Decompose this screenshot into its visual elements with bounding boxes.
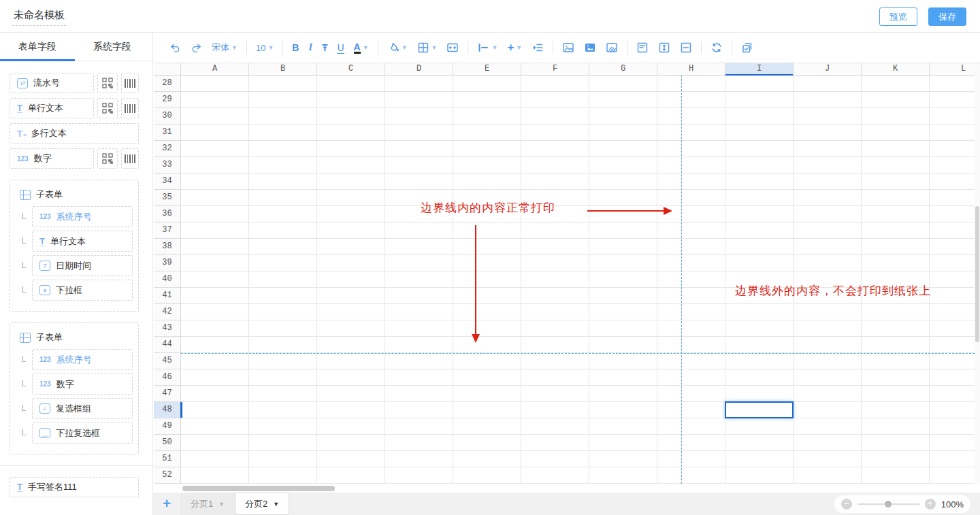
- copy-check-button[interactable]: [736, 39, 758, 56]
- column-header-E[interactable]: E: [453, 63, 521, 75]
- field-item[interactable]: 123数字: [10, 148, 94, 169]
- spreadsheet-grid[interactable]: ABCDEFGHIJKL 282930313233343536373839404…: [154, 63, 975, 484]
- sidebar-tab-system-fields[interactable]: 系统字段: [75, 33, 150, 61]
- subform-child-item[interactable]: T单行文本: [32, 231, 133, 252]
- font-size-select[interactable]: 10▼: [251, 40, 278, 56]
- row-header-46[interactable]: 46: [154, 369, 180, 386]
- subform-child-item[interactable]: ▾下拉框: [32, 280, 133, 301]
- redo-button[interactable]: [186, 39, 207, 56]
- column-header-J[interactable]: J: [794, 63, 862, 75]
- row-header-38[interactable]: 38: [154, 239, 180, 255]
- cells-area[interactable]: [181, 76, 975, 484]
- vertical-fit-box-button[interactable]: [653, 39, 675, 56]
- preview-button[interactable]: 预览: [879, 7, 917, 26]
- row-header-40[interactable]: 40: [154, 271, 180, 288]
- row-header-41[interactable]: 41: [154, 288, 180, 304]
- column-header-K[interactable]: K: [862, 63, 930, 75]
- refresh-button[interactable]: [706, 39, 728, 56]
- row-header-39[interactable]: 39: [154, 255, 180, 271]
- signature-field-item[interactable]: T手写签名111: [10, 477, 139, 497]
- vertical-scrollbar-thumb[interactable]: [975, 206, 979, 342]
- undo-button[interactable]: [165, 39, 186, 56]
- row-header-45[interactable]: 45: [154, 353, 180, 369]
- fill-color-button[interactable]: ▼: [382, 39, 412, 56]
- horizontal-scrollbar-thumb[interactable]: [182, 486, 335, 491]
- field-qr-button[interactable]: [97, 73, 118, 93]
- zoom-in-button[interactable]: +: [925, 499, 936, 510]
- row-header-43[interactable]: 43: [154, 320, 180, 337]
- vertical-scrollbar[interactable]: [975, 63, 980, 484]
- align-button[interactable]: ▼: [472, 39, 502, 56]
- indent-button[interactable]: [527, 39, 549, 56]
- row-header-49[interactable]: 49: [154, 418, 180, 435]
- row-header-42[interactable]: 42: [154, 304, 180, 320]
- subform-child-item[interactable]: ✓复选框组: [32, 398, 133, 419]
- page-tab-2[interactable]: 分页2▼: [235, 493, 289, 515]
- row-header-52[interactable]: 52: [154, 467, 180, 484]
- watermark-image-button[interactable]: [601, 39, 623, 56]
- insert-image-button[interactable]: [557, 39, 579, 56]
- insert-image-filled-button[interactable]: [579, 39, 601, 56]
- selected-cell[interactable]: [725, 401, 794, 418]
- page-tab-1[interactable]: 分页1▼: [180, 493, 235, 515]
- row-header-35[interactable]: 35: [154, 190, 180, 206]
- strikethrough-button[interactable]: Ŧ: [317, 39, 333, 56]
- subform-child-item[interactable]: 123数字: [32, 373, 133, 395]
- italic-button[interactable]: I: [304, 39, 316, 56]
- bold-button[interactable]: B: [287, 39, 304, 56]
- underline-button[interactable]: U: [332, 39, 348, 56]
- subform-child-item[interactable]: 123系统序号: [32, 349, 133, 370]
- zoom-slider-handle[interactable]: [885, 501, 892, 508]
- field-qr-button[interactable]: [97, 148, 118, 169]
- row-header-51[interactable]: 51: [154, 451, 180, 467]
- row-header-34[interactable]: 34: [154, 173, 180, 190]
- row-header-37[interactable]: 37: [154, 222, 180, 239]
- field-qr-button[interactable]: [97, 98, 118, 118]
- subform-group[interactable]: 子表单L123系统序号LT单行文本L7日期时间L▾下拉框: [10, 180, 139, 312]
- row-header-48[interactable]: 48: [154, 402, 180, 418]
- column-header-A[interactable]: A: [181, 63, 249, 75]
- horizontal-scrollbar[interactable]: [154, 484, 975, 493]
- column-header-B[interactable]: B: [249, 63, 317, 75]
- subform-group[interactable]: 子表单L123系统序号L123数字L✓复选框组L‿下拉复选框: [10, 322, 139, 454]
- zoom-out-button[interactable]: −: [841, 499, 852, 510]
- field-barcode-button[interactable]: [121, 98, 139, 118]
- row-header-50[interactable]: 50: [154, 435, 180, 451]
- column-header-D[interactable]: D: [385, 63, 453, 75]
- caret-down-icon[interactable]: ▼: [218, 501, 225, 508]
- font-color-button[interactable]: A▼: [349, 39, 374, 56]
- borders-button[interactable]: ▼: [412, 39, 442, 56]
- field-item[interactable]: T单行文本: [10, 98, 94, 118]
- insert-button[interactable]: +▼: [502, 39, 527, 56]
- column-header-G[interactable]: G: [589, 63, 657, 75]
- grid-corner[interactable]: [154, 63, 181, 76]
- field-item[interactable]: ⇄流水号: [10, 73, 94, 93]
- template-title[interactable]: 未命名模板: [12, 9, 66, 26]
- row-header-44[interactable]: 44: [154, 337, 180, 353]
- align-top-box-button[interactable]: [632, 39, 653, 56]
- sidebar-tab-form-fields[interactable]: 表单字段: [0, 33, 75, 61]
- row-header-28[interactable]: 28: [154, 76, 180, 92]
- row-header-29[interactable]: 29: [154, 92, 180, 108]
- column-header-L[interactable]: L: [930, 63, 975, 75]
- row-header-33[interactable]: 33: [154, 157, 180, 173]
- column-header-H[interactable]: H: [657, 63, 725, 75]
- font-family-select[interactable]: 宋体▼: [207, 39, 242, 56]
- zoom-slider[interactable]: [858, 503, 919, 505]
- field-barcode-button[interactable]: [121, 148, 139, 169]
- save-button[interactable]: 保存: [928, 7, 966, 26]
- column-header-I[interactable]: I: [725, 63, 794, 75]
- merge-cells-button[interactable]: [442, 39, 463, 56]
- subform-child-item[interactable]: 7日期时间: [32, 255, 133, 276]
- row-header-30[interactable]: 30: [154, 108, 180, 124]
- row-header-36[interactable]: 36: [154, 206, 180, 222]
- column-header-C[interactable]: C: [317, 63, 385, 75]
- row-header-32[interactable]: 32: [154, 141, 180, 157]
- caret-down-icon[interactable]: ▼: [273, 501, 279, 508]
- add-page-button[interactable]: +: [153, 493, 180, 515]
- subform-child-item[interactable]: ‿下拉复选框: [32, 422, 133, 444]
- align-middle-box-button[interactable]: [675, 39, 697, 56]
- subform-child-item[interactable]: 123系统序号: [32, 206, 133, 227]
- field-item[interactable]: T=多行文本: [10, 123, 139, 144]
- column-header-F[interactable]: F: [521, 63, 589, 75]
